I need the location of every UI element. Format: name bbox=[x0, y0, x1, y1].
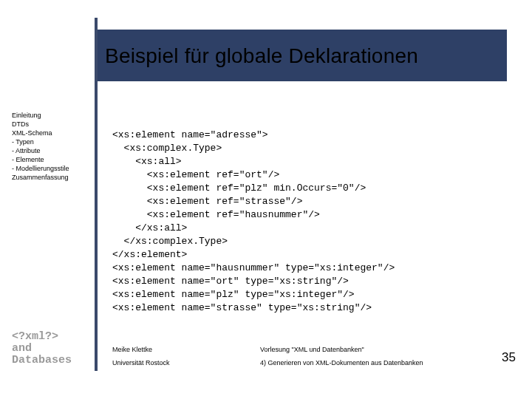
outline-item: DTDs bbox=[12, 120, 93, 129]
outline-item: - Elemente bbox=[12, 155, 93, 164]
logo-line: <?xml?> bbox=[12, 331, 89, 343]
code-block: <xs:element name="adresse"> <xs:complex.… bbox=[112, 129, 395, 315]
outline-item: - Modellierungsstile bbox=[12, 164, 93, 173]
logo: <?xml?> and Databases bbox=[12, 331, 89, 366]
outline-item: - Typen bbox=[12, 137, 93, 146]
footer-author: Meike Klettke bbox=[112, 346, 260, 353]
outline-item: Zusammenfassung bbox=[12, 173, 93, 182]
outline-item: - Attribute bbox=[12, 146, 93, 155]
vertical-rule bbox=[95, 18, 98, 371]
logo-line: Databases bbox=[12, 355, 89, 366]
slide-title: Beispiel für globale Deklarationen bbox=[105, 44, 418, 68]
outline-item: XML-Schema bbox=[12, 129, 93, 137]
outline: Einleitung DTDs XML-Schema - Typen - Att… bbox=[12, 111, 93, 182]
footer-lecture: Vorlesung "XML und Datenbanken" bbox=[260, 346, 497, 353]
footer: Meike Klettke Vorlesung "XML und Datenba… bbox=[112, 346, 497, 366]
footer-institution: Universität Rostock bbox=[112, 359, 260, 366]
logo-line: and bbox=[12, 343, 89, 355]
footer-chapter: 4) Generieren von XML-Dokumenten aus Dat… bbox=[260, 359, 497, 366]
outline-item: Einleitung bbox=[12, 111, 93, 120]
page-number: 35 bbox=[502, 350, 516, 365]
